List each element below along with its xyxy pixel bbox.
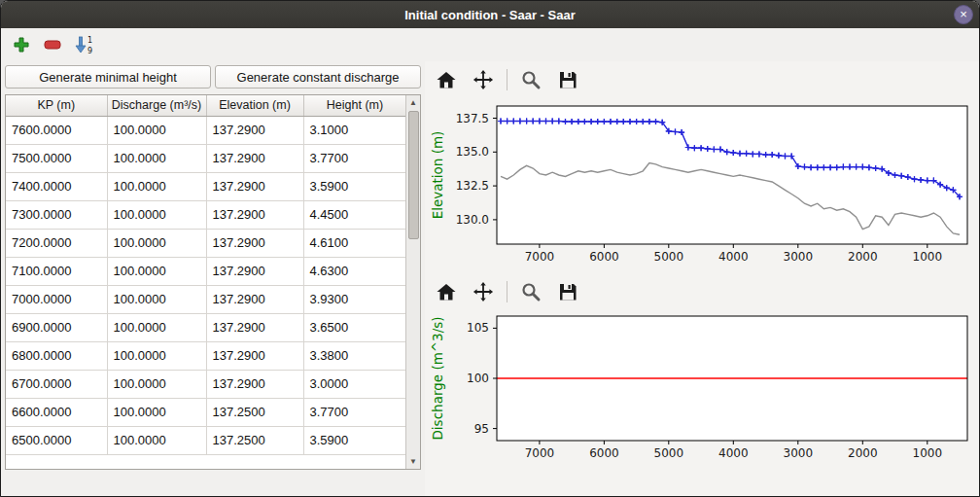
scroll-down-icon[interactable]: ▼ [406,454,421,469]
table-cell[interactable]: 137.2900 [206,229,303,257]
table-cell[interactable]: 7400.0000 [6,172,107,200]
table-cell[interactable]: 100.0000 [107,229,206,257]
initial-condition-table: KP (m)Discharge (m³/s)Elevation (m)Heigh… [5,94,421,470]
table-row: 7300.0000100.0000137.29004.4500 [6,200,405,229]
table-cell[interactable]: 100.0000 [107,257,206,285]
table-cell[interactable]: 100.0000 [107,313,206,341]
svg-text:135.0: 135.0 [456,145,489,159]
table-cell[interactable]: 3.6500 [303,313,405,341]
table-cell[interactable]: 100.0000 [107,172,206,200]
table-cell[interactable]: 137.2900 [206,172,303,200]
home-button[interactable] [433,66,460,93]
zoom-button-2[interactable] [517,278,544,305]
window: Initial condition - Saar - Saar × 1 9 [0,0,980,497]
table-row: 6700.0000100.0000137.29003.0000 [6,370,405,398]
table-row: 6500.0000100.0000137.25003.5900 [6,426,405,454]
table-cell[interactable]: 100.0000 [107,200,206,229]
table-cell[interactable]: 100.0000 [107,285,206,313]
table-cell[interactable]: 4.6100 [303,229,405,257]
table-cell[interactable]: 137.2500 [206,398,303,426]
pan-button-2[interactable] [470,278,497,305]
table-cell[interactable]: 137.2900 [206,341,303,370]
discharge-chart[interactable]: 700060005000400030002000100095100105Disc… [427,308,975,472]
table-cell[interactable]: 137.2900 [206,144,303,172]
table-cell[interactable]: 4.6300 [303,257,405,285]
sort-button[interactable]: 1 9 [71,32,96,57]
pan-button[interactable] [470,66,497,93]
titlebar[interactable]: Initial condition - Saar - Saar × [1,1,979,28]
generate-minimal-height-button[interactable]: Generate minimal height [5,65,211,89]
column-header[interactable]: Elevation (m) [206,95,303,116]
scrollbar-thumb[interactable] [408,111,419,239]
svg-text:1000: 1000 [913,446,943,460]
save-button[interactable] [554,66,581,93]
table-cell[interactable]: 6600.0000 [6,398,107,426]
table-cell[interactable]: 4.4500 [303,200,405,229]
home-icon [436,281,457,302]
table-cell[interactable]: 3.7700 [303,398,405,426]
table-cell[interactable]: 3.7700 [303,144,405,172]
table-cell[interactable]: 100.0000 [107,341,206,370]
scroll-up-icon[interactable]: ▲ [406,95,421,110]
svg-text:95: 95 [474,422,489,436]
table-cell[interactable]: 3.5900 [303,426,405,454]
main-toolbar: 1 9 [1,28,979,61]
table-cell[interactable]: 7100.0000 [6,257,107,285]
table-row: 7000.0000100.0000137.29003.9300 [6,285,405,313]
svg-text:137.5: 137.5 [456,112,489,125]
generate-constant-discharge-button[interactable]: Generate constant discharge [215,65,421,89]
svg-text:132.5: 132.5 [456,179,489,193]
column-header[interactable]: Height (m) [303,95,405,116]
table-cell[interactable]: 3.0000 [303,370,405,398]
table-row: 7200.0000100.0000137.29004.6100 [6,229,405,257]
remove-icon [43,35,62,54]
table-cell[interactable]: 137.2900 [206,116,303,144]
table-cell[interactable]: 100.0000 [107,426,206,454]
table-cell[interactable]: 137.2500 [206,426,303,454]
table-cell[interactable]: 6500.0000 [6,426,107,454]
column-header[interactable]: KP (m) [6,95,107,116]
table-cell[interactable]: 137.2900 [206,200,303,229]
table-cell[interactable]: 137.2900 [206,370,303,398]
table-cell[interactable]: 3.9300 [303,285,405,313]
home-button-2[interactable] [433,278,460,305]
table-cell[interactable]: 100.0000 [107,398,206,426]
column-header[interactable]: Discharge (m³/s) [107,95,206,116]
table-cell[interactable]: 3.1000 [303,116,405,144]
vertical-scrollbar[interactable]: ▲ ▼ [405,95,420,469]
pan-icon [472,281,494,302]
svg-text:100: 100 [467,372,489,385]
table-cell[interactable]: 7600.0000 [6,116,107,144]
elevation-chart[interactable]: 7000600050004000300020001000130.0132.513… [427,96,975,275]
table-cell[interactable]: 137.2900 [206,313,303,341]
table-cell[interactable]: 137.2900 [206,285,303,313]
table-cell[interactable]: 6700.0000 [6,370,107,398]
sort-icon: 1 9 [74,35,93,54]
add-row-button[interactable] [9,32,34,57]
table-row: 7500.0000100.0000137.29003.7700 [6,144,405,172]
table-cell[interactable]: 7000.0000 [6,285,107,313]
table-cell[interactable]: 137.2900 [206,257,303,285]
close-button[interactable]: × [954,5,973,24]
sort-icon-bottom-digit: 9 [88,47,92,54]
table-cell[interactable]: 7300.0000 [6,200,107,229]
table-cell[interactable]: 6900.0000 [6,313,107,341]
table-cell[interactable]: 3.5900 [303,172,405,200]
table-area: KP (m)Discharge (m³/s)Elevation (m)Heigh… [6,95,405,469]
table-cell[interactable]: 7200.0000 [6,229,107,257]
table-cell[interactable]: 100.0000 [107,144,206,172]
sort-icon-top-digit: 1 [88,36,92,45]
table-cell[interactable]: 3.3800 [303,341,405,370]
home-icon [436,69,457,90]
table-body: 7600.0000100.0000137.29003.10007500.0000… [6,116,405,454]
save-button-2[interactable] [554,278,581,305]
table-cell[interactable]: 100.0000 [107,116,206,144]
remove-row-button[interactable] [40,32,65,57]
table-cell[interactable]: 100.0000 [107,370,206,398]
zoom-button[interactable] [517,66,544,93]
svg-text:Elevation (m): Elevation (m) [430,131,445,220]
table-cell[interactable]: 6800.0000 [6,341,107,370]
add-icon [12,35,31,54]
svg-text:105: 105 [467,321,489,335]
table-cell[interactable]: 7500.0000 [6,144,107,172]
